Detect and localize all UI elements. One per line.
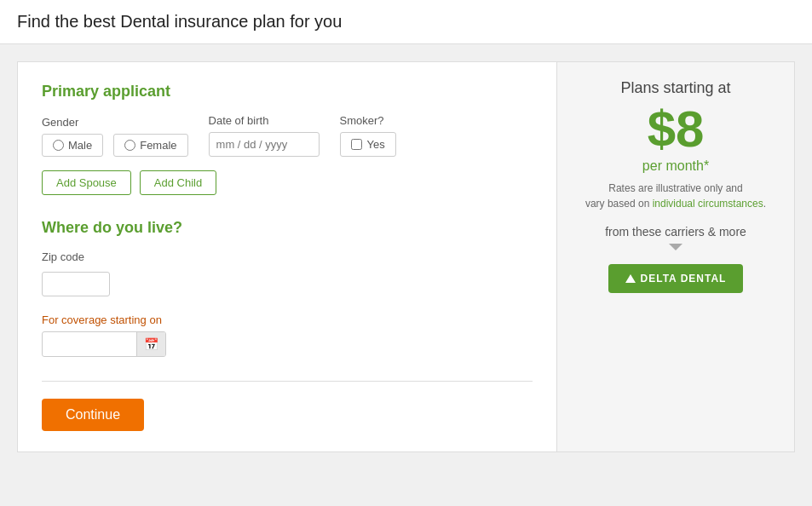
rates-note: Rates are illustrative only and vary bas… (585, 181, 766, 211)
add-spouse-button[interactable]: Add Spouse (42, 170, 131, 195)
smoker-label: Smoker? (340, 114, 396, 127)
smoker-group: Smoker? Yes (340, 114, 396, 157)
add-child-button[interactable]: Add Child (140, 170, 216, 195)
rates-note-link: individual circumstances (653, 198, 763, 210)
coverage-label: For coverage starting on (42, 313, 533, 326)
rates-note-2: vary based on (585, 198, 653, 210)
calendar-icon[interactable]: 📅 (136, 332, 165, 356)
gender-label: Gender (42, 116, 188, 129)
from-carriers-label: from these carriers & more (605, 225, 746, 250)
rates-note-1: Rates are illustrative only and (608, 182, 742, 194)
zip-input[interactable] (42, 272, 110, 296)
divider (42, 381, 533, 382)
rates-note-3: . (763, 198, 766, 210)
delta-dental-triangle-icon (625, 274, 636, 283)
yes-checkbox-label[interactable]: Yes (340, 132, 396, 157)
female-label: Female (140, 139, 176, 152)
gender-group: Gender Male Female (42, 116, 188, 157)
coverage-date-input[interactable]: 07/10/2020 (43, 333, 136, 356)
individual-circumstances-link[interactable]: individual circumstances (653, 198, 763, 210)
yes-label: Yes (367, 138, 385, 151)
continue-button[interactable]: Continue (42, 399, 144, 431)
male-label: Male (68, 139, 92, 152)
add-buttons-group: Add Spouse Add Child (42, 170, 533, 195)
delta-dental-logo: DELTA DENTAL (608, 264, 744, 293)
female-option[interactable]: Female (113, 134, 187, 157)
male-option[interactable]: Male (42, 134, 103, 157)
male-radio[interactable] (53, 140, 64, 151)
price-display: $8 (648, 104, 705, 155)
female-radio[interactable] (124, 140, 135, 151)
smoker-checkbox[interactable] (351, 139, 362, 150)
where-section: Where do you live? Zip code For coverage… (42, 219, 533, 357)
plans-starting-label: Plans starting at (620, 79, 730, 97)
page-header: Find the best Dental insurance plan for … (0, 0, 812, 44)
zip-group: Zip code (42, 250, 533, 296)
right-panel: Plans starting at $8 per month* Rates ar… (556, 61, 795, 452)
dob-label: Date of birth (209, 114, 320, 127)
coverage-row: For coverage starting on 07/10/2020 📅 (42, 313, 533, 357)
zip-label: Zip code (42, 250, 533, 263)
primary-form-row: Gender Male Female Date of birth (42, 114, 533, 157)
dob-input[interactable] (209, 132, 320, 157)
per-month-label: per month* (642, 158, 709, 174)
dob-group: Date of birth (209, 114, 320, 157)
carrier-name: DELTA DENTAL (641, 273, 727, 285)
primary-applicant-title: Primary applicant (42, 83, 533, 101)
coverage-date-wrapper: 07/10/2020 📅 (42, 331, 166, 357)
header-title: Find the best Dental insurance plan for … (17, 12, 342, 31)
left-panel: Primary applicant Gender Male Female (17, 61, 556, 452)
gender-radio-group: Male Female (42, 134, 188, 157)
where-title: Where do you live? (42, 219, 533, 237)
